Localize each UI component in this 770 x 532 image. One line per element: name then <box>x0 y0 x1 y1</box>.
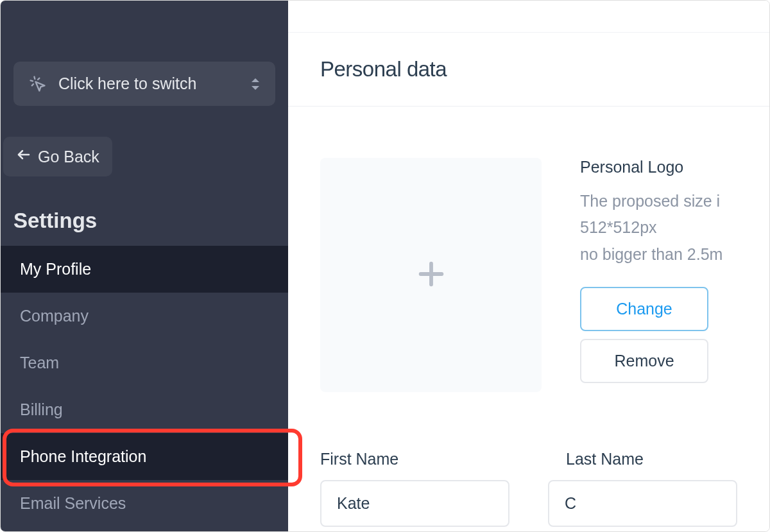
logo-section-label: Personal Logo <box>580 158 737 176</box>
logo-description: The proposed size i 512*512px no bigger … <box>580 188 737 268</box>
section-header: Personal data <box>288 33 769 107</box>
sidebar-item-billing[interactable]: Billing <box>1 386 288 433</box>
main-content: Personal data Personal Logo The proposed… <box>288 1 769 531</box>
sidebar-item-label: Team <box>20 354 59 372</box>
logo-desc-line: 512*512px <box>580 218 657 236</box>
first-name-input[interactable] <box>320 480 509 527</box>
name-form-row: First Name Last Name <box>288 450 769 527</box>
last-name-group: Last Name <box>548 450 737 527</box>
sidebar-item-team[interactable]: Team <box>1 339 288 386</box>
sidebar-item-label: Company <box>20 307 89 325</box>
content-body: Personal Logo The proposed size i 512*51… <box>288 107 769 443</box>
go-back-label: Go Back <box>38 148 99 166</box>
workspace-switcher-label: Click here to switch <box>58 74 196 93</box>
sidebar: Click here to switch Go Back Settings My… <box>1 1 288 531</box>
sidebar-item-my-profile[interactable]: My Profile <box>1 246 288 293</box>
plus-icon <box>413 256 449 295</box>
logo-info: Personal Logo The proposed size i 512*51… <box>580 158 737 392</box>
change-button[interactable]: Change <box>580 287 708 331</box>
first-name-group: First Name <box>320 450 509 527</box>
chevron-updown-icon <box>251 78 260 90</box>
page-title: Personal data <box>320 57 737 82</box>
sidebar-item-label: Email Services <box>20 494 126 512</box>
first-name-label: First Name <box>320 450 509 468</box>
workspace-switcher[interactable]: Click here to switch <box>13 62 275 106</box>
settings-heading: Settings <box>13 209 288 233</box>
logo-desc-line: no bigger than 2.5m <box>580 245 723 263</box>
logo-desc-line: The proposed size i <box>580 192 720 210</box>
sidebar-item-label: Phone Integration <box>20 447 146 465</box>
sidebar-item-label: Billing <box>20 400 63 418</box>
last-name-input[interactable] <box>548 480 737 527</box>
last-name-label: Last Name <box>566 450 737 468</box>
remove-button[interactable]: Remove <box>580 339 708 383</box>
top-bar <box>288 1 769 33</box>
sidebar-item-email-services[interactable]: Email Services <box>1 480 288 527</box>
arrow-left-icon <box>16 147 31 166</box>
workspace-switcher-content: Click here to switch <box>29 74 196 93</box>
cursor-click-icon <box>29 75 47 93</box>
sidebar-item-company[interactable]: Company <box>1 293 288 339</box>
logo-upload-area[interactable] <box>320 158 542 392</box>
go-back-button[interactable]: Go Back <box>3 137 112 176</box>
sidebar-item-label: My Profile <box>20 260 91 278</box>
logo-button-group: Change Remove <box>580 287 708 383</box>
sidebar-item-phone-integration[interactable]: Phone Integration <box>1 433 288 480</box>
